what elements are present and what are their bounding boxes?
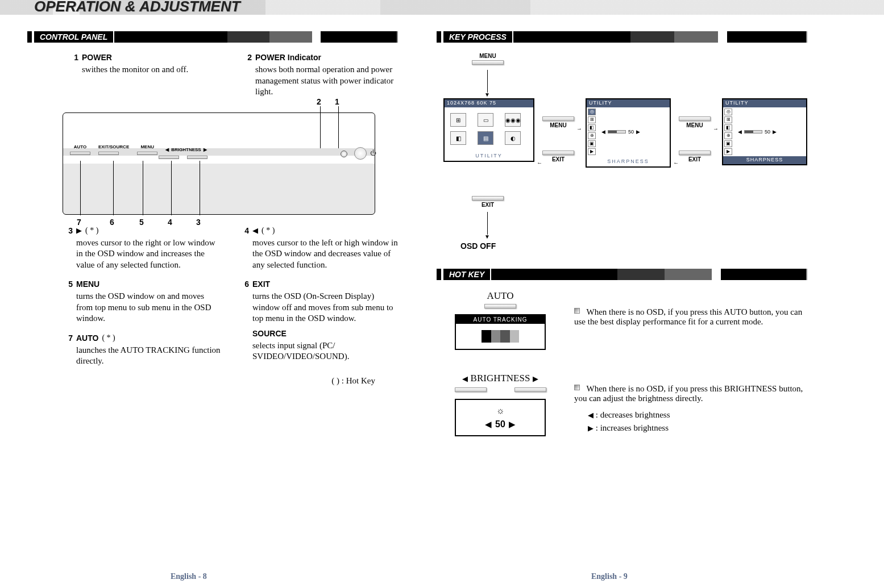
panel-menu-button[interactable] [137,152,157,155]
section-control-panel: CONTROL PANEL [34,31,398,43]
flow-menu-mid: MENU [541,122,575,128]
auto-hotkey-desc: When there is no OSD, if you press this … [574,307,802,326]
item-title-7: AUTO [76,333,98,343]
osd-side-icon: ▣ [588,140,596,147]
section-hot-key: HOT KEY [443,269,807,280]
item-desc-6b: selects input signal (PC/ SVIDEO/VIDEO/S… [252,340,398,362]
panel-brightness-label: BRIGHTNESS [171,147,201,152]
flow-menu-top: MENU [471,53,505,59]
flow-button[interactable] [679,116,711,121]
slider-value-2: 50 [765,129,770,135]
osd-icon: ▭ [478,113,493,127]
arrow-left-icon: ← [537,160,542,166]
flow-button[interactable] [679,151,711,155]
hotkey-footnote: ( ) : Hot Key [34,376,375,386]
callout-1: 1 [335,97,339,106]
osd-side-icon: ▣ [724,140,732,147]
osd-sharpness-footer-2: SHARPNESS [723,156,806,164]
brightness-dec-button[interactable] [455,387,487,392]
dec-brightness-text: : decreases brightness [596,410,670,419]
osd-utility-title-2: UTILITY [723,99,806,107]
panel-brightness-right-button[interactable] [187,156,207,159]
osd-main-title: 1024X768 60K 75 [445,99,533,107]
osd-side-icon: ◧ [588,124,596,131]
flow-menu-right: MENU [678,122,712,128]
flow-button[interactable] [472,196,504,201]
flow-button[interactable] [472,60,504,65]
right-page: KEY PROCESS MENU ▼ 1024X768 60K 75 ⊞ ▭ ◉… [443,31,807,436]
callout-2: 2 [317,97,321,106]
flow-exit-bottom: EXIT [471,202,505,208]
flow-exit-right: EXIT [678,156,712,162]
item-desc-1: swithes the monitor on and off. [82,64,225,76]
brightness-left-icon: ◀ [165,147,169,152]
arrow-line [487,70,488,93]
right-triangle-icon: ▶ [533,374,538,383]
auto-tracking-title: AUTO TRACKING [456,315,545,324]
slider-value: 50 [628,129,634,135]
callout-5: 5 [139,218,144,227]
osd-icon: ◉◉◉ [505,113,521,127]
panel-brightness-left-button[interactable] [159,156,179,159]
brightness-inc-button[interactable] [514,387,546,392]
right-triangle-icon: ▶ [588,424,594,432]
osd-icon: ⊞ [450,113,466,127]
panel-exit-label: EXIT/SOURCE [98,144,129,149]
osd-utility-window-2: UTILITY ◎ ⊞ ◧ ⊕ ▣ ▶ ◀ 50 ▶ SHARPNESS [722,98,807,165]
bullet-icon [574,385,580,390]
panel-exit-button[interactable] [98,152,119,155]
arrow-right-icon: → [576,126,582,132]
osd-utility-title: UTILITY [587,99,670,107]
panel-auto-button[interactable] [70,152,90,155]
osd-slider[interactable] [744,130,762,134]
hotkey-brightness-label: BRIGHTNESS [471,373,530,383]
arrow-right-icon: → [713,126,719,132]
star-note-4: ( * ) [262,226,275,235]
osd-slider[interactable] [608,130,626,134]
left-triangle-icon: ◀ [252,226,258,235]
section-key-process: KEY PROCESS [443,31,807,43]
item-desc-3: moves cursor to the right or low window … [76,237,222,271]
brightness-right-icon: ▶ [204,147,207,152]
flow-button[interactable] [542,151,574,155]
osd-icon: ◧ [450,131,466,145]
auto-hotkey-button[interactable] [484,304,516,308]
osd-side-icon: ▶ [588,148,596,155]
section-tail [114,31,398,43]
panel-auto-label: AUTO [74,144,87,149]
page-title: OPERATION & ADJUSTMENT [34,0,240,15]
osd-utility-window: UTILITY ◎ ⊞ ◧ ⊕ ▣ ▶ ◀ 50 ▶ SHARPNESS [586,98,671,168]
item-num-3: 3 [63,226,73,235]
osd-icon-selected: ▤ [478,131,493,145]
flow-button[interactable] [542,116,574,121]
brightness-hotkey-desc: When there is no OSD, if you press this … [574,384,803,403]
osd-main-window: 1024X768 60K 75 ⊞ ▭ ◉◉◉ ◧ ▤ ◐ UTILITY [443,98,534,162]
flow-exit-mid: EXIT [541,156,575,162]
callout-7: 7 [77,218,81,227]
left-page: CONTROL PANEL 1 POWER swithes the monito… [34,31,398,386]
osd-side-icon: ⊞ [588,116,596,123]
slider-right-icon: ▶ [636,129,640,135]
callout-3: 3 [196,218,201,227]
osd-side-icon: ⊕ [724,132,732,139]
arrow-down-icon: ▼ [484,233,490,240]
item-num-5: 5 [63,280,73,289]
page-number-right: English - 9 [591,572,628,581]
power-icon: ⏻ [370,149,376,156]
callout-6: 6 [110,218,114,227]
monitor-panel-diagram: AUTO EXIT/SOURCE MENU ◀ BRIGHTNESS ▶ ⏻ 2… [63,112,375,215]
osd-side-icon: ◎ [724,109,732,115]
slider-left-icon: ◀ [601,129,605,135]
arrow-down-icon: ▼ [484,91,490,98]
power-button[interactable] [354,147,367,160]
bullet-icon [574,308,580,314]
item-desc-5: turns the OSD window on and moves from t… [76,291,222,324]
section-tail [491,269,807,280]
osd-main-footer: UTILITY [445,151,533,161]
left-triangle-icon: ◀ [462,374,468,383]
key-process-flow: MENU ▼ 1024X768 60K 75 ⊞ ▭ ◉◉◉ ◧ ▤ ◐ UTI… [443,53,807,257]
left-triangle-icon: ◀ [588,411,594,419]
section-label: HOT KEY [443,269,490,280]
power-indicator-led [341,151,347,157]
star-note-7: ( * ) [102,333,115,343]
